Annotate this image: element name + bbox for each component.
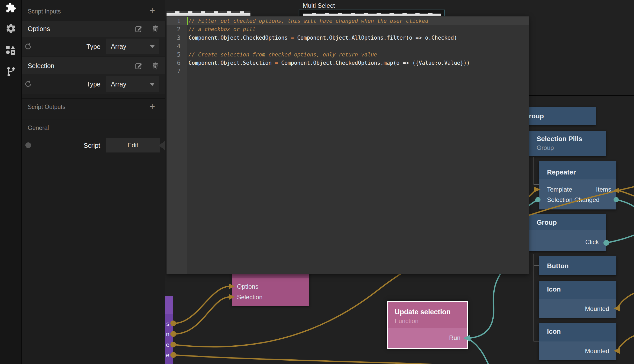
code-comment: // Filter out checked options, this will… (189, 18, 428, 24)
divider (22, 98, 165, 99)
tool-sidebar (0, 0, 22, 364)
editor-callout-pointer (159, 141, 165, 150)
section-header-script-inputs: Script Inputs (28, 8, 61, 15)
input-name: Options (28, 25, 50, 33)
properties-panel: Script Inputs + Options Type Array Selec… (22, 0, 165, 364)
port-mounted[interactable]: Mounted (585, 347, 609, 355)
canvas-divider-line (529, 95, 634, 96)
port-label-fragment[interactable]: e (166, 352, 169, 359)
node-library-components-icon[interactable] (5, 45, 16, 56)
reset-icon[interactable] (24, 80, 32, 88)
node-title: Repeater (547, 168, 576, 176)
port-template[interactable]: Template (547, 186, 572, 193)
type-label: Type (87, 80, 100, 88)
version-control-branch-icon[interactable] (5, 67, 16, 77)
dropdown-value: Array (111, 81, 126, 88)
wire-items-feed[interactable] (618, 191, 634, 197)
settings-gear-icon[interactable] (5, 23, 16, 34)
node-title: Icon (547, 285, 561, 293)
line-number: 7 (167, 67, 187, 75)
hierarchy-line (534, 341, 539, 341)
edit-icon[interactable] (135, 25, 143, 33)
edit-icon[interactable] (135, 62, 143, 70)
multi-select-label: Multi Select (303, 2, 335, 9)
code-text: Component.Object.AllOptions.filter(o => … (294, 35, 457, 41)
code-editor[interactable]: 1// Filter out checked options, this wil… (167, 16, 529, 274)
add-output-button[interactable]: + (148, 103, 156, 111)
type-label: Type (87, 43, 100, 50)
node-repeater[interactable]: Repeater Template Items Selection Change… (539, 161, 616, 209)
port-label-fragment[interactable]: e (166, 341, 169, 348)
reset-icon[interactable] (24, 43, 32, 50)
node-title: Selection Pills (537, 135, 582, 143)
node-subtitle: Function (395, 317, 419, 325)
type-dropdown[interactable]: Array (106, 76, 159, 92)
code-comment: // a checkbox or pill (189, 26, 256, 32)
node-icon-2[interactable]: Icon Mounted (539, 323, 616, 360)
port-selection-changed[interactable]: Selection Changed (547, 196, 600, 203)
trash-icon[interactable] (152, 62, 159, 70)
code-comment: // Create selection from checked options… (189, 52, 377, 58)
node-port-area (539, 179, 616, 209)
script-label: Script (84, 142, 100, 149)
input-row-options[interactable]: Options (22, 21, 165, 37)
components-tab-puzzle-icon[interactable] (5, 2, 16, 13)
port-run[interactable]: Run (449, 334, 460, 341)
line-number: 5 (167, 50, 187, 59)
wire-mounted-2[interactable] (618, 334, 634, 350)
wire-options[interactable] (173, 286, 229, 323)
checkbox-dash-pattern (167, 11, 250, 13)
chevron-down-icon (150, 45, 155, 48)
port-items[interactable]: Items (596, 186, 611, 193)
wire-run-lower[interactable] (470, 340, 489, 364)
node-subtitle: Group (537, 144, 554, 151)
node-update-selection[interactable]: Update selection Function Run (387, 301, 468, 349)
wire-bottom[interactable] (173, 355, 497, 364)
wire-selection-changed-right[interactable] (616, 200, 634, 210)
add-input-button[interactable]: + (148, 7, 156, 15)
line-number: 4 (167, 42, 187, 50)
port-label-fragment[interactable]: n (166, 331, 169, 338)
divider (22, 120, 165, 120)
node-title: Update selection (395, 308, 451, 316)
code-line: 3Component.Object.CheckedOptions = Compo… (167, 34, 529, 42)
type-dropdown[interactable]: Array (106, 39, 159, 54)
code-operator: = (291, 35, 294, 41)
dropdown-value: Array (111, 43, 126, 50)
wire-click-out[interactable] (606, 234, 634, 243)
line-number: 6 (167, 59, 187, 67)
code-operator: = (275, 60, 278, 66)
node-title: Group (537, 219, 557, 227)
code-line: 5// Create selection from checked option… (167, 50, 529, 59)
hierarchy-line (534, 254, 534, 341)
wire-mounted-1[interactable] (618, 292, 634, 307)
code-line: 2// a checkbox or pill (167, 25, 529, 33)
port-selection[interactable]: Selection (237, 294, 263, 301)
input-type-row: Type Array (22, 74, 165, 94)
hierarchy-line (534, 157, 534, 185)
node-button[interactable]: Button (539, 256, 616, 275)
text-cursor (187, 17, 188, 25)
node-icon-1[interactable]: Icon Mounted (539, 281, 616, 318)
input-row-selection[interactable]: Selection (22, 57, 165, 74)
code-line: 6Component.Object.Selection = Component.… (167, 59, 529, 67)
port-mounted[interactable]: Mounted (585, 305, 609, 312)
node-script-io[interactable]: Options Selection (232, 271, 309, 306)
hierarchy-line (534, 265, 539, 266)
port-options[interactable]: Options (237, 283, 258, 290)
wire-run-upper[interactable] (469, 269, 504, 338)
edit-script-button[interactable]: Edit (106, 138, 160, 152)
hierarchy-line (534, 299, 539, 299)
port-click[interactable]: Click (585, 238, 599, 246)
trash-icon[interactable] (152, 25, 159, 33)
wire-selection[interactable] (173, 297, 229, 334)
chevron-down-icon (150, 83, 155, 86)
node-title: Icon (547, 327, 561, 336)
node-group[interactable]: Group Click (529, 214, 606, 251)
node-selection-pills[interactable]: Selection Pills Group (529, 131, 606, 156)
app-window: Group Selection Pills Group Repeater Tem… (0, 0, 634, 364)
port-label-fragment[interactable]: s (166, 320, 169, 327)
node-title: Button (547, 262, 569, 270)
script-status-dot (25, 142, 31, 148)
checkbox-dash-pattern (303, 13, 441, 14)
